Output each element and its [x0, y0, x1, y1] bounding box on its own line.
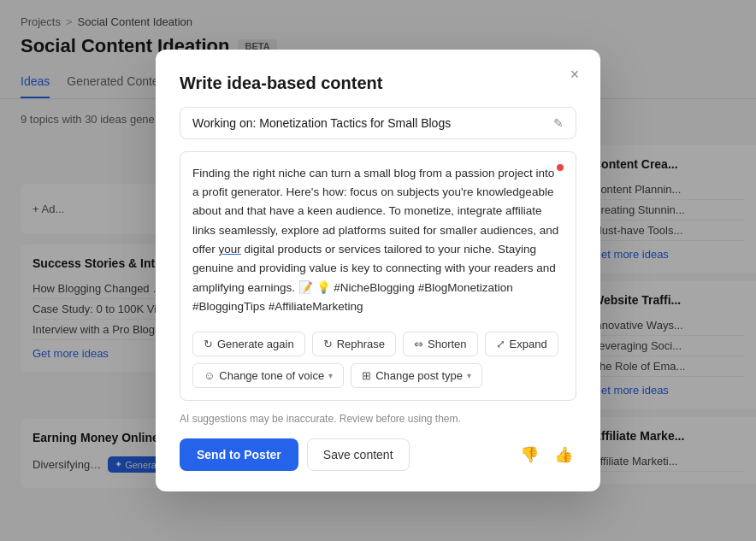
- change-tone-label: Change tone of voice: [219, 369, 324, 382]
- expand-label: Expand: [510, 338, 547, 350]
- working-on-prefix: Working on:: [192, 116, 256, 130]
- shorten-icon: ⇔: [414, 338, 423, 350]
- content-area: Finding the right niche can turn a small…: [180, 151, 576, 401]
- change-post-type-button[interactable]: ⊞ Change post type ▾: [351, 363, 482, 388]
- close-icon: ×: [570, 66, 580, 84]
- generate-again-icon: ↻: [204, 338, 213, 350]
- modal-footer: Send to Poster Save content 👎 👍: [180, 438, 576, 471]
- modal-title: Write idea-based content: [180, 74, 576, 93]
- post-type-chevron-icon: ▾: [467, 371, 471, 380]
- thumbs-up-icon: 👍: [554, 446, 573, 463]
- feedback-icons: 👎 👍: [517, 442, 576, 467]
- shorten-label: Shorten: [428, 338, 467, 350]
- working-on-text: Working on: Monetization Tactics for Sma…: [192, 116, 451, 130]
- modal-overlay: × Write idea-based content Working on: M…: [0, 0, 756, 541]
- red-dot-indicator: [557, 164, 564, 171]
- shorten-button[interactable]: ⇔ Shorten: [403, 332, 478, 356]
- expand-button[interactable]: ⤢ Expand: [485, 332, 558, 356]
- modal-close-button[interactable]: ×: [563, 63, 587, 87]
- action-buttons-row: ↻ Generate again ↻ Rephrase ⇔ Shorten ⤢ …: [192, 328, 564, 388]
- modal-dialog: × Write idea-based content Working on: M…: [156, 50, 600, 491]
- ai-warning-text: AI suggestions may be inaccurate. Review…: [180, 413, 576, 425]
- working-on-value: Monetization Tactics for Small Blogs: [259, 116, 451, 130]
- thumbs-down-button[interactable]: 👎: [517, 442, 542, 467]
- tone-icon: ☺: [204, 369, 215, 382]
- post-type-icon: ⊞: [362, 369, 371, 382]
- content-text[interactable]: Finding the right niche can turn a small…: [192, 164, 564, 316]
- send-to-poster-button[interactable]: Send to Poster: [180, 438, 298, 471]
- change-tone-button[interactable]: ☺ Change tone of voice ▾: [192, 363, 344, 388]
- generate-again-button[interactable]: ↻ Generate again: [192, 332, 305, 356]
- change-post-type-label: Change post type: [375, 369, 463, 382]
- rephrase-label: Rephrase: [337, 338, 385, 350]
- expand-icon: ⤢: [496, 338, 505, 350]
- rephrase-button[interactable]: ↻ Rephrase: [312, 332, 396, 356]
- thumbs-up-button[interactable]: 👍: [551, 442, 576, 467]
- footer-buttons: Send to Poster Save content: [180, 438, 410, 471]
- generate-again-label: Generate again: [217, 338, 294, 350]
- edit-icon[interactable]: ✎: [553, 116, 564, 130]
- thumbs-down-icon: 👎: [520, 446, 539, 463]
- rephrase-icon: ↻: [323, 338, 333, 350]
- tone-chevron-icon: ▾: [328, 371, 333, 380]
- save-content-button[interactable]: Save content: [307, 438, 410, 471]
- underlined-word: your: [219, 243, 241, 256]
- working-on-bar: Working on: Monetization Tactics for Sma…: [180, 107, 576, 139]
